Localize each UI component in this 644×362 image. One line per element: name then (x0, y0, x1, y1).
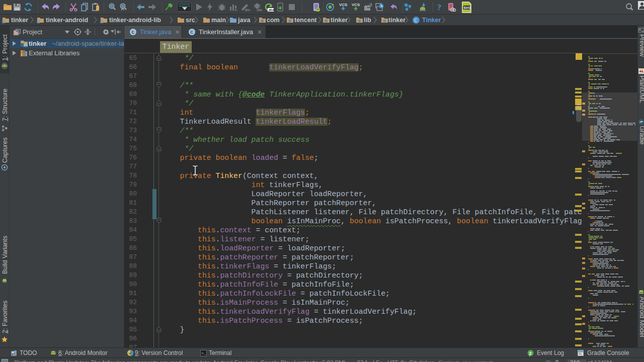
svg-text:C: C (131, 30, 134, 35)
svg-text:JRA: JRA (257, 9, 262, 12)
svg-text:?: ? (437, 3, 441, 12)
svg-text:VCS: VCS (339, 3, 348, 7)
svg-text:JRA: JRA (245, 9, 250, 12)
svg-text:2: 2 (529, 351, 532, 356)
svg-text:C: C (414, 18, 418, 24)
svg-text:A: A (121, 7, 124, 12)
svg-text:VCS: VCS (352, 3, 360, 7)
svg-text:C: C (190, 30, 193, 35)
svg-text:SVG: SVG (463, 6, 471, 10)
svg-text:JRA: JRA (268, 9, 274, 12)
